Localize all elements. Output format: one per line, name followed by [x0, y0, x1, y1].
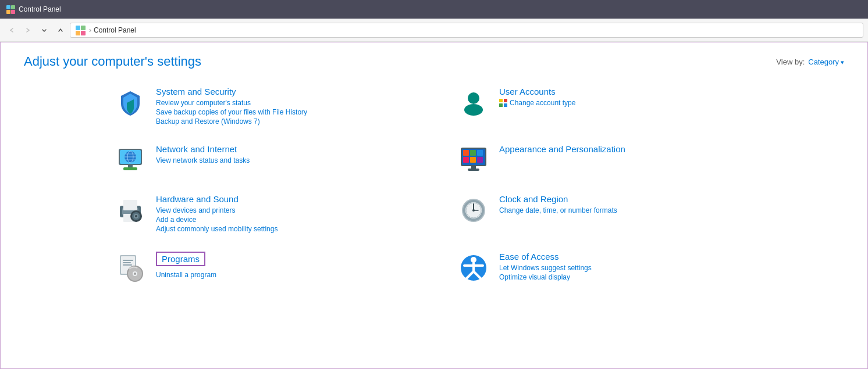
- svg-rect-12: [499, 103, 503, 107]
- programs-icon: [114, 252, 147, 284]
- address-cp-icon: [75, 25, 86, 35]
- svg-rect-11: [504, 99, 507, 102]
- category-clock-region[interactable]: Clock and Region Change date, time, or n…: [457, 194, 754, 234]
- hardware-sound-content: Hardware and Sound View devices and prin…: [156, 194, 278, 234]
- svg-rect-52: [123, 264, 132, 266]
- control-panel-title-icon: [6, 5, 15, 14]
- system-security-content: System and Security Review your computer…: [156, 87, 307, 127]
- programs-title[interactable]: Programs: [156, 252, 205, 266]
- recent-locations-button[interactable]: [37, 23, 51, 37]
- header-row: Adjust your computer's settings View by:…: [24, 54, 844, 69]
- svg-rect-2: [6, 10, 10, 14]
- hardware-sound-icon: [114, 194, 147, 227]
- svg-rect-31: [471, 166, 476, 169]
- let-windows-suggest-link[interactable]: Let Windows suggest settings: [499, 264, 592, 272]
- svg-rect-21: [128, 165, 133, 167]
- svg-point-40: [135, 215, 137, 217]
- clock-region-title[interactable]: Clock and Region: [499, 194, 617, 204]
- svg-rect-7: [81, 31, 86, 35]
- category-network-internet[interactable]: Network and Internet View network status…: [114, 144, 411, 177]
- svg-rect-6: [76, 31, 80, 35]
- svg-rect-51: [123, 262, 131, 263]
- category-appearance[interactable]: Appearance and Personalization: [457, 144, 754, 177]
- view-devices-printers-link[interactable]: View devices and printers: [156, 206, 278, 214]
- ease-of-access-title[interactable]: Ease of Access: [499, 252, 592, 261]
- svg-rect-25: [463, 150, 469, 156]
- view-network-status-link[interactable]: View network status and tasks: [156, 156, 250, 164]
- system-security-icon: [114, 87, 147, 119]
- svg-rect-3: [11, 10, 15, 14]
- svg-rect-29: [470, 157, 476, 163]
- svg-rect-1: [11, 5, 15, 9]
- clock-region-content: Clock and Region Change date, time, or n…: [499, 194, 617, 216]
- view-by-label: View by:: [776, 58, 805, 66]
- user-accounts-icon: [457, 87, 490, 119]
- back-button[interactable]: [5, 23, 19, 37]
- appearance-content: Appearance and Personalization: [499, 144, 625, 156]
- svg-rect-27: [477, 150, 483, 156]
- change-account-type-link[interactable]: Change account type: [510, 99, 575, 107]
- ease-of-access-content: Ease of Access Let Windows suggest setti…: [499, 252, 592, 282]
- svg-rect-0: [6, 5, 10, 9]
- svg-point-56: [134, 273, 136, 275]
- svg-rect-4: [76, 26, 80, 30]
- chevron-down-icon: [841, 58, 844, 66]
- forward-button[interactable]: [21, 23, 35, 37]
- review-computer-status-link[interactable]: Review your computer's status: [156, 99, 307, 107]
- breadcrumb-text: Control Panel: [94, 26, 136, 34]
- view-by-dropdown[interactable]: Category: [808, 58, 844, 66]
- svg-point-8: [468, 92, 479, 104]
- svg-rect-35: [123, 200, 137, 210]
- system-security-title[interactable]: System and Security: [156, 87, 307, 96]
- user-accounts-content: User Accounts Change account type: [499, 87, 575, 107]
- address-bar: › Control Panel: [0, 19, 868, 42]
- adjust-mobility-link[interactable]: Adjust commonly used mobility settings: [156, 225, 278, 233]
- main-content: Adjust your computer's settings View by:…: [0, 42, 868, 369]
- programs-content: Programs Uninstall a program: [156, 252, 216, 280]
- page-title: Adjust your computer's settings: [24, 54, 201, 69]
- categories-grid: System and Security Review your computer…: [114, 87, 754, 284]
- appearance-icon: [457, 144, 490, 177]
- category-user-accounts[interactable]: User Accounts Change account type: [457, 87, 754, 127]
- user-accounts-title[interactable]: User Accounts: [499, 87, 575, 96]
- network-internet-icon: [114, 144, 147, 177]
- category-programs[interactable]: Programs Uninstall a program: [114, 252, 411, 284]
- ease-of-access-icon: [457, 252, 490, 284]
- uninstall-program-link[interactable]: Uninstall a program: [156, 271, 216, 279]
- svg-rect-22: [123, 167, 137, 170]
- network-internet-title[interactable]: Network and Internet: [156, 144, 250, 154]
- save-backup-link[interactable]: Save backup copies of your files with Fi…: [156, 108, 307, 116]
- network-internet-content: Network and Internet View network status…: [156, 144, 250, 166]
- category-system-security[interactable]: System and Security Review your computer…: [114, 87, 411, 127]
- appearance-title[interactable]: Appearance and Personalization: [499, 144, 625, 154]
- title-bar: Control Panel: [0, 0, 868, 19]
- address-input[interactable]: › Control Panel: [70, 23, 863, 38]
- svg-rect-5: [81, 26, 86, 30]
- svg-rect-10: [499, 99, 503, 102]
- clock-region-icon: [457, 194, 490, 227]
- change-account-icon: [499, 99, 507, 107]
- svg-rect-30: [477, 157, 483, 163]
- change-date-time-link[interactable]: Change date, time, or number formats: [499, 206, 617, 214]
- svg-rect-28: [463, 157, 469, 163]
- up-button[interactable]: [54, 23, 67, 37]
- hardware-sound-title[interactable]: Hardware and Sound: [156, 194, 278, 204]
- title-bar-text: Control Panel: [19, 5, 61, 13]
- svg-rect-26: [470, 150, 476, 156]
- optimize-visual-display-link[interactable]: Optimize visual display: [499, 273, 592, 281]
- svg-rect-13: [504, 103, 507, 107]
- svg-rect-50: [123, 260, 133, 261]
- category-hardware-sound[interactable]: Hardware and Sound View devices and prin…: [114, 194, 411, 234]
- add-device-link[interactable]: Add a device: [156, 216, 278, 224]
- svg-rect-32: [468, 169, 479, 171]
- svg-point-9: [464, 104, 483, 116]
- category-ease-of-access[interactable]: Ease of Access Let Windows suggest setti…: [457, 252, 754, 284]
- backup-restore-link[interactable]: Backup and Restore (Windows 7): [156, 117, 307, 126]
- view-by-control: View by: Category: [776, 58, 844, 66]
- svg-point-47: [472, 209, 475, 212]
